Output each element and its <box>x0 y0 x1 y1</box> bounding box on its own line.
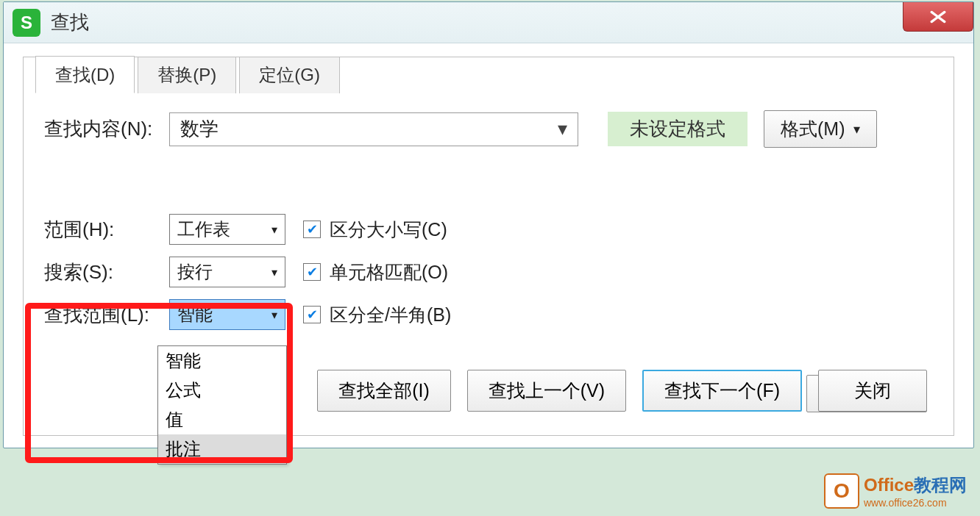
tab-content: 查找内容(N): 数学 ▾ 未设定格式 格式(M) ▾ 范围(H): 工作表 ▾ <box>24 57 954 351</box>
range-select[interactable]: 工作表 ▾ <box>169 214 285 245</box>
search-label: 搜索(S): <box>44 259 169 285</box>
find-content-value: 数学 <box>180 116 219 142</box>
checkbox-icon: ✔ <box>303 221 321 238</box>
dropdown-icon: ▾ <box>558 118 567 140</box>
case-checkbox[interactable]: ✔ 区分大小写(C) <box>303 218 447 242</box>
lookin-option[interactable]: 公式 <box>158 376 286 405</box>
fullhalf-checkbox[interactable]: ✔ 区分全/半角(B) <box>303 303 451 327</box>
watermark: O Office教程网 www.office26.com <box>824 473 967 509</box>
range-row: 范围(H): 工作表 ▾ ✔ 区分大小写(C) <box>44 208 933 251</box>
watermark-url: www.office26.com <box>864 497 967 509</box>
find-content-label: 查找内容(N): <box>44 116 169 142</box>
titlebar: S 查找 <box>4 2 973 43</box>
find-content-row: 查找内容(N): 数学 ▾ 未设定格式 格式(M) ▾ <box>44 110 933 148</box>
search-select[interactable]: 按行 ▾ <box>169 257 285 287</box>
lookin-select[interactable]: 智能 ▾ <box>169 299 285 330</box>
tab-find[interactable]: 查找(D) <box>35 56 135 93</box>
find-prev-button[interactable]: 查找上一个(V) <box>467 370 626 412</box>
watermark-brand: Office教程网 <box>864 473 967 497</box>
cellmatch-checkbox[interactable]: ✔ 单元格匹配(O) <box>303 260 448 284</box>
action-buttons: 查找全部(I) 查找上一个(V) 查找下一个(F) 关闭 <box>317 370 927 412</box>
tab-goto[interactable]: 定位(G) <box>239 57 340 93</box>
watermark-logo-icon: O <box>824 473 859 509</box>
close-button[interactable]: 关闭 <box>818 370 927 412</box>
lookin-option[interactable]: 批注 <box>158 434 286 464</box>
close-window-button[interactable] <box>903 2 973 32</box>
find-all-button[interactable]: 查找全部(I) <box>317 370 451 412</box>
caret-icon: ▾ <box>271 223 277 237</box>
lookin-dropdown: 智能 公式 值 批注 <box>157 345 287 465</box>
caret-icon: ▾ <box>271 265 277 279</box>
lookin-option[interactable]: 智能 <box>158 346 286 376</box>
search-row: 搜索(S): 按行 ▾ ✔ 单元格匹配(O) <box>44 251 933 293</box>
find-dialog: S 查找 查找(D) 替换(P) 定位(G) 查找内容(N): 数学 ▾ 未设定… <box>3 1 974 448</box>
caret-icon: ▾ <box>271 308 277 322</box>
tab-bar: 查找(D) 替换(P) 定位(G) <box>35 57 343 93</box>
format-status: 未设定格式 <box>608 112 748 146</box>
format-button[interactable]: 格式(M) ▾ <box>764 110 877 148</box>
find-content-input[interactable]: 数学 ▾ <box>169 112 578 146</box>
lookin-option[interactable]: 值 <box>158 405 286 434</box>
app-icon: S <box>13 9 40 37</box>
lookin-label: 查找范围(L): <box>44 302 169 328</box>
tab-replace[interactable]: 替换(P) <box>138 57 236 93</box>
find-next-button[interactable]: 查找下一个(F) <box>642 370 802 412</box>
range-label: 范围(H): <box>44 217 169 243</box>
caret-icon: ▾ <box>853 121 860 137</box>
dialog-title: 查找 <box>51 10 89 35</box>
close-icon <box>928 9 948 25</box>
lookin-row: 查找范围(L): 智能 ▾ ✔ 区分全/半角(B) <box>44 293 933 336</box>
checkbox-icon: ✔ <box>303 306 321 323</box>
checkbox-icon: ✔ <box>303 263 321 281</box>
